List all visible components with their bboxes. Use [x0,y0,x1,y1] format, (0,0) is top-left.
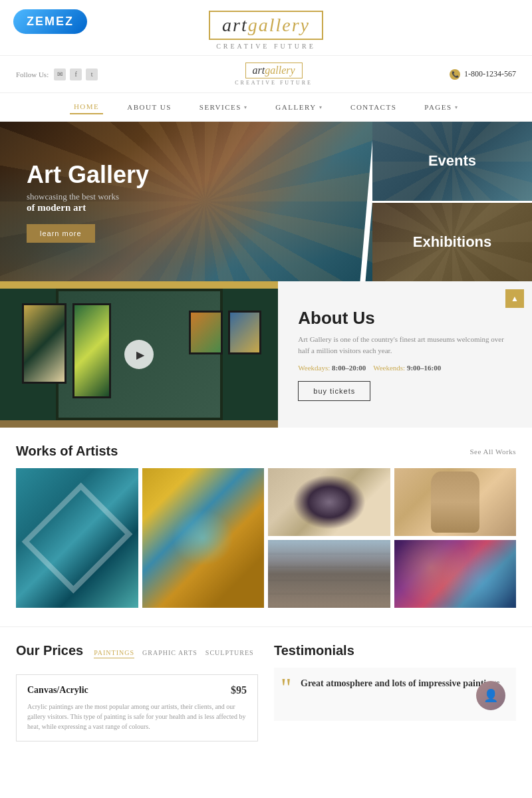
hero-exhibitions-label: Exhibitions [413,233,492,251]
weekends-label: Weekends: [373,364,405,372]
nav-item-services[interactable]: SERVICES ▾ [196,100,252,114]
pages-arrow-icon: ▾ [455,104,459,110]
works-section-title: Works of Artists [16,444,118,459]
testimonial-avatar: 👤 [476,681,505,710]
price-card: Canvas/Acrylic $95 Acrylic paintings are… [16,674,258,741]
about-title: About Us [298,308,512,329]
buy-tickets-button[interactable]: buy tickets [298,381,370,401]
about-hours: Weekdays: 8:00–20:00 Weekends: 9:00–16:0… [298,364,512,372]
site-header: Follow Us: ✉ f t artgallery CREATIVE FUT… [0,56,532,93]
bottom-section: Our Prices PAINTINGS GRAPHIC ARTS SCULPT… [0,626,532,757]
phone-icon: 📞 [450,69,460,80]
nav-item-home[interactable]: HOME [70,100,103,114]
follow-label: Follow Us: [16,70,49,78]
about-description: Art Gallery is one of the country's fine… [298,334,512,356]
brand-tagline: CREATIVE FUTURE [0,43,532,50]
hero-section: Art Gallery showcasing the best works of… [0,122,532,281]
price-card-name: Canvas/Acrylic [27,685,88,696]
quote-mark-icon: " [281,674,291,701]
nav-item-pages[interactable]: PAGES ▾ [420,100,462,114]
works-grid [16,468,516,608]
testimonials-section: Testimonials " Great atmosphere and lots… [274,643,516,741]
artwork-cosmic[interactable] [394,540,517,608]
play-video-button[interactable] [124,340,154,369]
see-all-works-link[interactable]: See All Works [469,448,516,456]
testimonial-card: " Great atmosphere and lots of impressiv… [274,668,516,721]
nav-item-about[interactable]: ABOUT US [123,100,176,114]
hero-right: Events Exhibitions [372,122,532,281]
header-tagline-small: CREATIVE FUTURE [235,80,313,86]
email-social-icon[interactable]: ✉ [54,68,66,80]
hero-title: Art Gallery [27,161,346,189]
hero-main: Art Gallery showcasing the best works of… [0,122,372,281]
weekends-value: 9:00–16:00 [407,364,441,372]
artwork-street[interactable] [268,540,390,608]
about-video-panel [0,281,278,428]
testimonial-text: Great atmosphere and lots of impressive … [301,677,505,690]
header-logo-gallery: gallery [265,65,295,76]
price-card-header: Canvas/Acrylic $95 [27,684,247,696]
twitter-social-icon[interactable]: t [86,68,98,80]
header-logo-small: artgallery CREATIVE FUTURE [235,63,313,86]
artwork-portrait[interactable] [268,468,390,536]
about-content: ▲ About Us Art Gallery is one of the cou… [278,281,532,428]
hero-events-label: Events [428,152,476,170]
about-section: ▲ About Us Art Gallery is one of the cou… [0,281,532,428]
zemez-badge: ZEMEZ [13,9,87,34]
prices-tabs: PAINTINGS GRAPHIC ARTS SCULPTURES [94,649,253,658]
hero-exhibitions-panel[interactable]: Exhibitions [372,203,532,282]
header-logo-art: art [253,65,265,76]
brand-logo-art: art [222,15,248,35]
brand-logo-gallery: gallery [248,15,310,35]
social-icons: ✉ f t [54,68,98,80]
testimonials-section-title: Testimonials [274,643,516,658]
gallery-arrow-icon: ▾ [319,104,323,110]
hero-events-panel[interactable]: Events [372,122,532,203]
artwork-blue-geometric[interactable] [16,468,138,608]
scroll-top-button[interactable]: ▲ [505,289,524,308]
price-card-description: Acrylic paintings are the most popular a… [27,702,247,732]
weekdays-value: 8:00–20:00 [332,364,366,372]
main-nav: HOME ABOUT US SERVICES ▾ GALLERY ▾ CONTA… [0,93,532,122]
facebook-social-icon[interactable]: f [70,68,82,80]
hero-divider [360,122,372,281]
price-card-amount: $95 [231,684,247,696]
brand-logo: artgallery [209,11,323,40]
prices-section: Our Prices PAINTINGS GRAPHIC ARTS SCULPT… [16,643,258,741]
nav-item-contacts[interactable]: CONTACTS [346,100,400,114]
phone-number: 1-800-1234-567 [464,69,516,79]
artwork-figure[interactable] [394,468,517,536]
header-phone: 📞 1-800-1234-567 [450,69,516,80]
prices-section-title: Our Prices [16,643,83,658]
hero-cta-button[interactable]: learn more [27,224,95,243]
price-tab-paintings[interactable]: PAINTINGS [94,649,134,658]
header-follow: Follow Us: ✉ f t [16,68,98,80]
works-header: Works of Artists See All Works [16,444,516,459]
works-section: Works of Artists See All Works [0,428,532,616]
nav-item-gallery[interactable]: GALLERY ▾ [271,100,327,114]
services-arrow-icon: ▾ [244,104,248,110]
weekdays-label: Weekdays: [298,364,330,372]
artwork-butterfly[interactable] [142,468,265,608]
price-tab-sculptures[interactable]: SCULPTURES [205,649,254,658]
price-tab-graphic-arts[interactable]: GRAPHIC ARTS [142,649,198,658]
hero-subtitle-bold: of modern art [27,202,346,213]
hero-subtitle: showcasing the best works [27,192,346,202]
